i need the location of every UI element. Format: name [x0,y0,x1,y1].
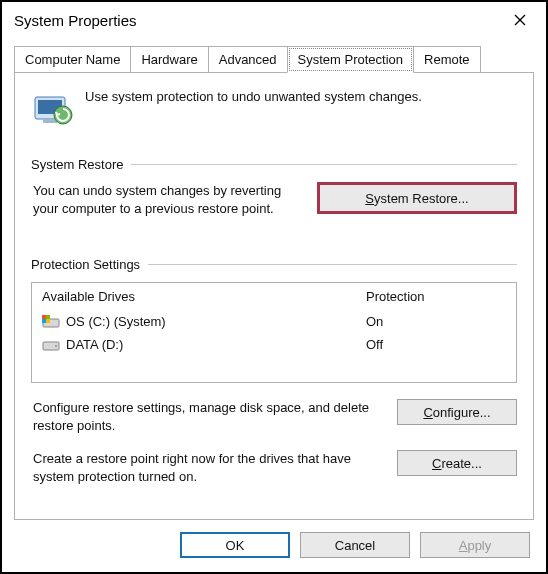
drive-name: DATA (D:) [66,337,123,352]
svg-rect-9 [46,319,50,323]
close-button[interactable] [500,6,540,34]
system-properties-dialog: System Properties Computer Name Hardware… [0,0,548,574]
drives-table-body: OS (C:) (System) On DATA (D:) Off [32,310,516,382]
svg-rect-6 [42,315,46,319]
intro-text: Use system protection to undo unwanted s… [85,87,422,104]
svg-rect-8 [42,319,46,323]
system-restore-heading: System Restore [31,157,517,172]
apply-button[interactable]: Apply [420,532,530,558]
protection-settings-heading: Protection Settings [31,257,517,272]
system-restore-description: You can undo system changes by reverting… [31,182,299,217]
tab-hardware[interactable]: Hardware [130,46,208,72]
drive-protection-status: Off [356,333,516,356]
tab-panel-system-protection: Use system protection to undo unwanted s… [14,72,534,520]
column-available-drives: Available Drives [32,283,356,310]
ok-button[interactable]: OK [180,532,290,558]
protection-settings-heading-label: Protection Settings [31,257,140,272]
create-button[interactable]: Create... [397,450,517,476]
tab-remote[interactable]: Remote [413,46,481,72]
create-description: Create a restore point right now for the… [31,450,383,485]
drive-protection-status: On [356,310,516,333]
system-restore-block: You can undo system changes by reverting… [31,182,517,217]
system-protection-icon [31,87,73,129]
divider [131,164,517,165]
configure-block: Configure restore settings, manage disk … [31,399,517,434]
system-restore-button[interactable]: System Restore... [317,182,517,214]
create-block: Create a restore point right now for the… [31,450,517,485]
drives-table: Available Drives Protection OS [31,282,517,383]
drive-os-icon [42,315,60,329]
window-title: System Properties [14,12,137,29]
divider [148,264,517,265]
tab-system-protection[interactable]: System Protection [287,46,415,73]
svg-rect-7 [46,315,50,319]
column-protection: Protection [356,283,516,310]
titlebar: System Properties [2,2,546,38]
table-row[interactable]: OS (C:) (System) On [32,310,516,333]
system-restore-heading-label: System Restore [31,157,123,172]
tabs-row: Computer Name Hardware Advanced System P… [14,46,534,72]
drives-table-header: Available Drives Protection [32,283,516,310]
drive-name: OS (C:) (System) [66,314,166,329]
drive-icon [42,338,60,352]
svg-point-11 [55,345,57,347]
close-icon [514,14,526,26]
configure-button[interactable]: Configure... [397,399,517,425]
tab-computer-name[interactable]: Computer Name [14,46,131,72]
dialog-footer: OK Cancel Apply [2,520,546,572]
table-row[interactable]: DATA (D:) Off [32,333,516,356]
tab-advanced[interactable]: Advanced [208,46,288,72]
configure-description: Configure restore settings, manage disk … [31,399,383,434]
cancel-button[interactable]: Cancel [300,532,410,558]
intro-row: Use system protection to undo unwanted s… [31,87,517,129]
